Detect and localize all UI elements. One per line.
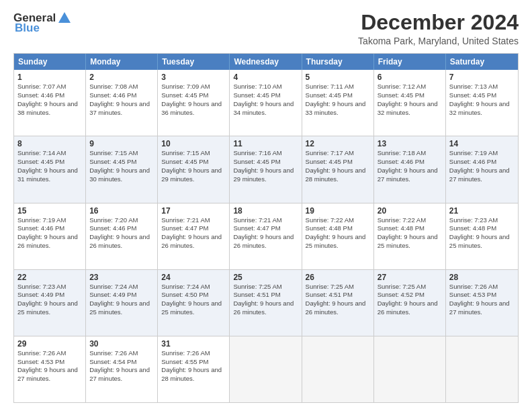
day-info: Sunrise: 7:14 AM Sunset: 4:45 PM Dayligh… (17, 149, 82, 183)
day-number: 29 (17, 339, 82, 349)
day-number: 17 (161, 206, 226, 216)
day-info: Sunrise: 7:18 AM Sunset: 4:46 PM Dayligh… (378, 149, 442, 183)
calendar-cell: 1Sunrise: 7:07 AM Sunset: 4:46 PM Daylig… (14, 70, 86, 136)
day-info: Sunrise: 7:09 AM Sunset: 4:45 PM Dayligh… (161, 83, 226, 117)
day-number: 11 (233, 139, 298, 148)
day-info: Sunrise: 7:26 AM Sunset: 4:54 PM Dayligh… (89, 349, 154, 383)
day-info: Sunrise: 7:23 AM Sunset: 4:49 PM Dayligh… (17, 283, 82, 317)
calendar-cell: 28Sunrise: 7:26 AM Sunset: 4:53 PM Dayli… (446, 270, 518, 336)
calendar-cell: 27Sunrise: 7:25 AM Sunset: 4:52 PM Dayli… (374, 270, 446, 336)
calendar-cell: 6Sunrise: 7:12 AM Sunset: 4:45 PM Daylig… (374, 70, 446, 136)
day-number: 10 (161, 139, 226, 148)
calendar-cell-empty (374, 336, 446, 402)
calendar-cell: 12Sunrise: 7:17 AM Sunset: 4:45 PM Dayli… (302, 136, 374, 202)
day-number: 15 (17, 206, 82, 216)
calendar-cell: 13Sunrise: 7:18 AM Sunset: 4:46 PM Dayli… (374, 136, 446, 202)
calendar-body: 1Sunrise: 7:07 AM Sunset: 4:46 PM Daylig… (14, 70, 518, 402)
title-block: December 2024 Takoma Park, Maryland, Uni… (358, 11, 519, 46)
day-info: Sunrise: 7:08 AM Sunset: 4:46 PM Dayligh… (89, 83, 154, 117)
calendar-cell-empty (302, 336, 374, 402)
day-info: Sunrise: 7:07 AM Sunset: 4:46 PM Dayligh… (17, 83, 82, 117)
calendar-cell: 11Sunrise: 7:16 AM Sunset: 4:45 PM Dayli… (230, 136, 302, 202)
day-info: Sunrise: 7:22 AM Sunset: 4:48 PM Dayligh… (306, 216, 370, 250)
calendar-cell: 3Sunrise: 7:09 AM Sunset: 4:45 PM Daylig… (158, 70, 230, 136)
day-number: 21 (449, 206, 515, 216)
day-info: Sunrise: 7:21 AM Sunset: 4:47 PM Dayligh… (161, 216, 226, 250)
calendar-cell-empty (230, 336, 302, 402)
calendar-cell: 21Sunrise: 7:23 AM Sunset: 4:48 PM Dayli… (446, 203, 518, 269)
day-number: 14 (449, 139, 515, 148)
calendar-header-cell: Monday (86, 54, 158, 70)
calendar-cell: 7Sunrise: 7:13 AM Sunset: 4:45 PM Daylig… (446, 70, 518, 136)
day-number: 8 (17, 139, 82, 148)
day-number: 27 (378, 273, 442, 282)
calendar-cell: 22Sunrise: 7:23 AM Sunset: 4:49 PM Dayli… (14, 270, 86, 336)
calendar-cell: 24Sunrise: 7:24 AM Sunset: 4:50 PM Dayli… (158, 270, 230, 336)
calendar-cell: 16Sunrise: 7:20 AM Sunset: 4:46 PM Dayli… (86, 203, 158, 269)
day-info: Sunrise: 7:13 AM Sunset: 4:45 PM Dayligh… (449, 83, 515, 117)
calendar-header-cell: Tuesday (158, 54, 230, 70)
logo: General Blue (13, 11, 72, 35)
day-info: Sunrise: 7:19 AM Sunset: 4:46 PM Dayligh… (449, 149, 515, 183)
calendar: SundayMondayTuesdayWednesdayThursdayFrid… (13, 53, 519, 403)
day-number: 28 (449, 273, 515, 282)
day-info: Sunrise: 7:23 AM Sunset: 4:48 PM Dayligh… (449, 216, 515, 250)
day-info: Sunrise: 7:19 AM Sunset: 4:46 PM Dayligh… (17, 216, 82, 250)
subtitle: Takoma Park, Maryland, United States (358, 36, 519, 46)
day-number: 4 (233, 73, 298, 82)
page: General Blue December 2024 Takoma Park, … (0, 0, 532, 411)
svg-marker-0 (58, 12, 71, 23)
calendar-row: 1Sunrise: 7:07 AM Sunset: 4:46 PM Daylig… (14, 70, 518, 136)
day-number: 6 (378, 73, 442, 82)
calendar-row: 29Sunrise: 7:26 AM Sunset: 4:53 PM Dayli… (14, 336, 518, 402)
day-info: Sunrise: 7:20 AM Sunset: 4:46 PM Dayligh… (89, 216, 154, 250)
day-info: Sunrise: 7:26 AM Sunset: 4:55 PM Dayligh… (161, 349, 226, 383)
calendar-header-cell: Wednesday (230, 54, 302, 70)
calendar-header: SundayMondayTuesdayWednesdayThursdayFrid… (14, 54, 518, 70)
calendar-cell: 15Sunrise: 7:19 AM Sunset: 4:46 PM Dayli… (14, 203, 86, 269)
day-info: Sunrise: 7:26 AM Sunset: 4:53 PM Dayligh… (17, 349, 82, 383)
day-number: 9 (89, 139, 154, 148)
day-number: 3 (161, 73, 226, 82)
day-number: 16 (89, 206, 154, 216)
calendar-cell: 14Sunrise: 7:19 AM Sunset: 4:46 PM Dayli… (446, 136, 518, 202)
calendar-cell: 19Sunrise: 7:22 AM Sunset: 4:48 PM Dayli… (302, 203, 374, 269)
calendar-header-cell: Thursday (302, 54, 374, 70)
day-info: Sunrise: 7:10 AM Sunset: 4:45 PM Dayligh… (233, 83, 298, 117)
day-info: Sunrise: 7:16 AM Sunset: 4:45 PM Dayligh… (233, 149, 298, 183)
day-number: 31 (161, 339, 226, 349)
day-number: 18 (233, 206, 298, 216)
calendar-cell: 9Sunrise: 7:15 AM Sunset: 4:45 PM Daylig… (86, 136, 158, 202)
day-number: 19 (306, 206, 370, 216)
calendar-header-cell: Sunday (14, 54, 86, 70)
header: General Blue December 2024 Takoma Park, … (13, 11, 519, 46)
day-number: 25 (233, 273, 298, 282)
calendar-cell: 5Sunrise: 7:11 AM Sunset: 4:45 PM Daylig… (302, 70, 374, 136)
calendar-cell: 20Sunrise: 7:22 AM Sunset: 4:48 PM Dayli… (374, 203, 446, 269)
day-info: Sunrise: 7:17 AM Sunset: 4:45 PM Dayligh… (306, 149, 370, 183)
day-info: Sunrise: 7:26 AM Sunset: 4:53 PM Dayligh… (449, 283, 515, 317)
calendar-cell: 31Sunrise: 7:26 AM Sunset: 4:55 PM Dayli… (158, 336, 230, 402)
calendar-cell-empty (446, 336, 518, 402)
logo-icon (57, 11, 72, 26)
day-info: Sunrise: 7:15 AM Sunset: 4:45 PM Dayligh… (161, 149, 226, 183)
day-number: 22 (17, 273, 82, 282)
day-number: 7 (449, 73, 515, 82)
calendar-row: 8Sunrise: 7:14 AM Sunset: 4:45 PM Daylig… (14, 136, 518, 202)
logo-blue: Blue (15, 21, 40, 35)
calendar-cell: 29Sunrise: 7:26 AM Sunset: 4:53 PM Dayli… (14, 336, 86, 402)
day-info: Sunrise: 7:24 AM Sunset: 4:49 PM Dayligh… (89, 283, 154, 317)
day-number: 12 (306, 139, 370, 148)
day-number: 5 (306, 73, 370, 82)
day-number: 24 (161, 273, 226, 282)
day-info: Sunrise: 7:25 AM Sunset: 4:51 PM Dayligh… (233, 283, 298, 317)
day-info: Sunrise: 7:21 AM Sunset: 4:47 PM Dayligh… (233, 216, 298, 250)
main-title: December 2024 (358, 11, 519, 34)
calendar-row: 15Sunrise: 7:19 AM Sunset: 4:46 PM Dayli… (14, 203, 518, 269)
day-info: Sunrise: 7:11 AM Sunset: 4:45 PM Dayligh… (306, 83, 370, 117)
day-info: Sunrise: 7:25 AM Sunset: 4:52 PM Dayligh… (378, 283, 442, 317)
calendar-cell: 10Sunrise: 7:15 AM Sunset: 4:45 PM Dayli… (158, 136, 230, 202)
calendar-cell: 4Sunrise: 7:10 AM Sunset: 4:45 PM Daylig… (230, 70, 302, 136)
day-info: Sunrise: 7:22 AM Sunset: 4:48 PM Dayligh… (378, 216, 442, 250)
day-number: 2 (89, 73, 154, 82)
